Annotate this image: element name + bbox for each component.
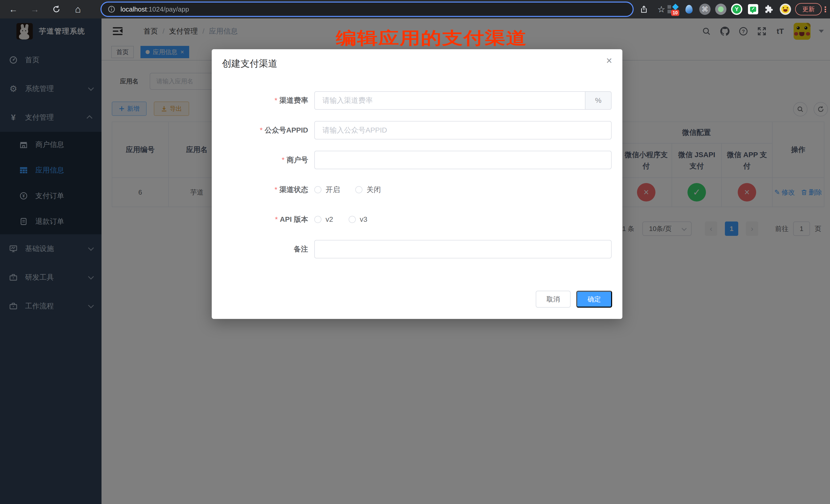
radio-circle-icon [349,216,356,223]
dialog-title: 创建支付渠道 [222,57,277,70]
radio-circle-icon [314,186,321,193]
status-on-radio[interactable]: 开启 [314,185,340,195]
extension-y-icon[interactable]: Y [731,3,743,15]
extensions-puzzle-icon[interactable] [763,3,775,15]
rate-label: 渠道费率 [279,96,308,104]
browser-reload-icon[interactable] [50,3,63,15]
url-host: localhost [121,5,147,13]
address-bar[interactable]: localhost:1024/pay/app [100,2,634,17]
merchant-input[interactable] [314,151,612,169]
rate-suffix: % [585,91,612,110]
api-v2-radio[interactable]: v2 [314,215,333,224]
create-channel-dialog: 创建支付渠道 × *渠道费率 % *公众号APPID *商户号 [212,49,622,319]
extension-balloon-icon[interactable] [683,3,695,15]
browser-toolbar: ← → ⌂ localhost:1024/pay/app ☆ 10 [0,0,830,19]
dialog-form: *渠道费率 % *公众号APPID *商户号 [212,91,612,270]
form-item-merchant: *商户号 [212,151,612,169]
dialog-footer: 取消 确定 [536,291,612,308]
form-item-remark: 备注 [212,240,612,258]
form-item-appid: *公众号APPID [212,121,612,139]
extension-badge: 10 [671,10,679,16]
extension-command-icon[interactable]: ⌘ [699,3,711,15]
form-item-rate: *渠道费率 % [212,91,612,110]
api-v3-radio[interactable]: v3 [349,215,368,224]
annotation-text: 编辑应用的支付渠道 [336,27,527,50]
radio-circle-icon [355,186,362,193]
appid-input[interactable] [314,121,612,139]
api-version-label: API 版本 [280,215,308,223]
browser-update-button[interactable]: 更新 [795,3,822,15]
status-off-radio[interactable]: 关闭 [355,185,381,195]
browser-menu-icon[interactable]: ⋮ [822,3,829,15]
rate-input[interactable] [314,91,585,110]
form-item-api-version: *API 版本 v2 v3 [212,210,612,229]
screen: ← → ⌂ localhost:1024/pay/app ☆ 10 [0,0,830,504]
bookmark-star-icon[interactable]: ☆ [655,3,668,15]
merchant-label: 商户号 [287,156,308,164]
remark-input[interactable] [314,240,612,258]
extension-grid-icon[interactable]: 10 [667,3,679,15]
radio-circle-icon [314,216,321,223]
appid-label: 公众号APPID [264,126,308,134]
extension-chat-icon[interactable] [747,3,759,15]
extension-dot-icon[interactable] [715,3,727,15]
site-info-icon[interactable] [108,5,115,13]
form-item-status: *渠道状态 开启 关闭 [212,181,612,199]
share-icon[interactable] [638,3,650,15]
dialog-close-icon[interactable]: × [606,55,612,66]
status-label: 渠道状态 [279,186,308,194]
profile-avatar-icon[interactable] [779,3,792,15]
url-path: :1024/pay/app [147,5,189,13]
remark-label: 备注 [294,245,308,253]
confirm-button[interactable]: 确定 [576,291,612,308]
browser-forward-icon[interactable]: → [29,3,41,15]
browser-back-icon[interactable]: ← [7,3,20,15]
cancel-button[interactable]: 取消 [536,291,571,308]
browser-home-icon[interactable]: ⌂ [72,3,84,15]
